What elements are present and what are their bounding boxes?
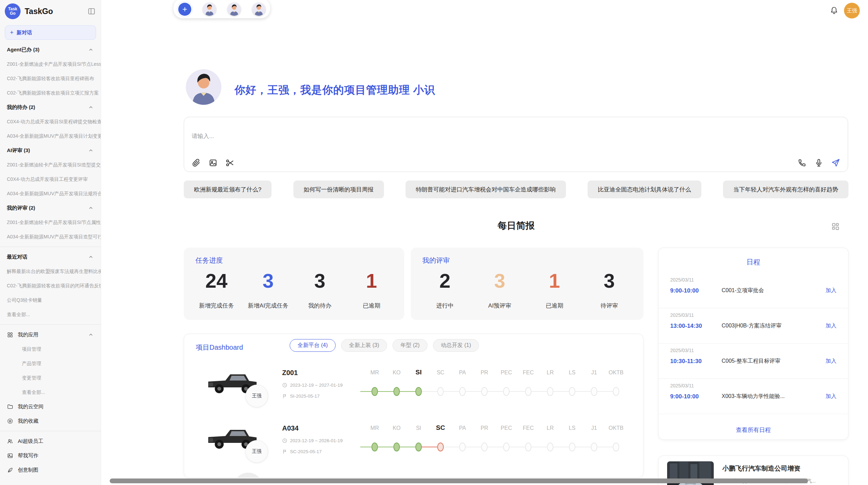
- milestone-node[interactable]: [481, 443, 488, 451]
- new-chat-button[interactable]: + 新对话: [5, 25, 96, 40]
- milestone-label: PEC: [501, 370, 512, 376]
- milestone-node[interactable]: [437, 387, 444, 396]
- send-icon[interactable]: [831, 158, 840, 167]
- sidebar-link-folder[interactable]: 我的云空间: [0, 399, 101, 414]
- milestone-node[interactable]: [503, 443, 510, 451]
- sidebar-item[interactable]: C0X4-动力总成开发项目SI里程碑提交物检查: [0, 114, 101, 129]
- milestone-node[interactable]: [394, 443, 400, 451]
- sidebar-app-item[interactable]: 查看全部...: [0, 385, 101, 399]
- suggestion-chip[interactable]: 比亚迪全固态电池计划具体说了什么: [588, 181, 701, 198]
- sidebar-my-apps[interactable]: 我的应用: [0, 327, 101, 342]
- milestone-node[interactable]: [613, 443, 619, 451]
- clock-icon: [282, 438, 287, 443]
- sidebar-section-header[interactable]: AI评审 (3): [0, 143, 101, 158]
- ai-staff-icon: [7, 438, 13, 445]
- sidebar-tool-image[interactable]: 帮我写作: [0, 448, 101, 463]
- project-code[interactable]: A034: [282, 424, 299, 432]
- recent-chats-header[interactable]: 最近对话: [0, 250, 101, 264]
- assistant-avatar: [186, 69, 221, 105]
- project-dates: 2023-12-19 ~ 2026-01-19: [282, 438, 343, 443]
- milestone-label: LS: [569, 370, 576, 376]
- milestone-node[interactable]: [591, 443, 598, 451]
- view-all-link[interactable]: 查看全部...: [0, 307, 101, 322]
- milestone-node[interactable]: [372, 443, 378, 451]
- sidebar-app-item[interactable]: 变更管理: [0, 371, 101, 385]
- sidebar-app-item[interactable]: 产品管理: [0, 356, 101, 371]
- milestone-node[interactable]: [525, 387, 532, 396]
- sidebar-tool-people[interactable]: AI超级员工: [0, 434, 101, 448]
- panel-toggle-icon: [87, 7, 96, 15]
- milestone-node[interactable]: [481, 387, 488, 396]
- user-avatar[interactable]: 王强: [844, 3, 860, 18]
- suggestion-chip[interactable]: 特朗普可能对进口汽车增税会对中国车企造成哪些影响: [406, 181, 566, 198]
- sidebar-section-header[interactable]: 我的待办 (2): [0, 100, 101, 114]
- schedule-time: 9:00-10:00: [670, 287, 722, 294]
- milestone-node[interactable]: [394, 387, 400, 396]
- milestone-node[interactable]: [547, 443, 554, 451]
- user-name: 王强: [847, 8, 857, 14]
- sidebar-section-header[interactable]: 我的评审 (2): [0, 201, 101, 215]
- milestone-track: MRKOSISCPAPRPECFECLRLSJ1OKTB: [355, 425, 630, 466]
- milestone-label: FEC: [523, 425, 534, 431]
- milestone-node[interactable]: [459, 387, 466, 396]
- session-avatar[interactable]: [203, 3, 216, 16]
- suggestion-chip[interactable]: 如何写一份清晰的项目周报: [293, 181, 384, 198]
- collapse-sidebar-button[interactable]: [87, 7, 96, 16]
- add-session-button[interactable]: +: [178, 3, 191, 16]
- image-upload-icon[interactable]: [208, 158, 218, 167]
- milestone-node[interactable]: [613, 387, 619, 396]
- session-avatar[interactable]: [228, 3, 241, 16]
- stat: 1已逾期: [527, 269, 582, 310]
- stat-value: 3: [472, 269, 527, 293]
- milestone-node[interactable]: [569, 387, 576, 396]
- schedule-row: 13:00-14:30C003|H0B-方案冻结评审加入: [670, 322, 836, 329]
- recent-chat-item[interactable]: C02-飞腾新能源轻客改款项目的闭环通告反馈情况: [0, 278, 101, 293]
- sidebar-item[interactable]: A034-全新新能源MUV产品开发项目计划变更表编写: [0, 129, 101, 143]
- milestone-node[interactable]: [525, 443, 532, 451]
- milestone-node[interactable]: [459, 443, 466, 451]
- stat-value: 3: [582, 269, 637, 293]
- milestone-node[interactable]: [437, 443, 444, 451]
- microphone-icon[interactable]: [814, 158, 823, 167]
- sidebar-item[interactable]: C02-飞腾新能源轻客改款项目里程碑画布: [0, 71, 101, 86]
- suggestion-chip[interactable]: 欧洲新规最近颁布了什么?: [184, 181, 272, 198]
- recent-chat-item[interactable]: 公司Q3轻卡销量: [0, 293, 101, 307]
- view-all-schedule-link[interactable]: 查看所有日程: [659, 426, 848, 434]
- sidebar-item[interactable]: Z001-全新燃油皮卡产品开发项目SI节点Lesson Learn报告: [0, 57, 101, 71]
- tool-label: 帮我写作: [18, 452, 94, 459]
- session-avatar[interactable]: [252, 3, 265, 16]
- sidebar-item[interactable]: A034-全新新能源MUV产品开发项目造型可行性评审: [0, 229, 101, 244]
- stat-label: AI预评审: [472, 302, 527, 310]
- milestone-node[interactable]: [503, 387, 510, 396]
- milestone-node[interactable]: [372, 387, 378, 396]
- milestone-node[interactable]: [591, 387, 598, 396]
- milestone-node[interactable]: [415, 387, 422, 396]
- sidebar-item[interactable]: C0X4-动力总成开发项目工程变更评审: [0, 172, 101, 186]
- milestone-node[interactable]: [547, 387, 554, 396]
- milestone-node[interactable]: [569, 443, 576, 451]
- sidebar-item[interactable]: C02-飞腾新能源轻客改款项目立项汇报方案: [0, 86, 101, 100]
- scissors-icon[interactable]: [225, 158, 234, 167]
- attachment-icon[interactable]: [192, 158, 201, 167]
- sidebar-section-header[interactable]: Agent已办 (3): [0, 42, 101, 57]
- sidebar-link-star[interactable]: 我的收藏: [0, 414, 101, 428]
- phone-call-icon[interactable]: [797, 158, 807, 167]
- notifications-bell-button[interactable]: [830, 6, 839, 15]
- join-button[interactable]: 加入: [825, 322, 836, 329]
- join-button[interactable]: 加入: [825, 393, 836, 400]
- sidebar-tool-pen[interactable]: 创意制图: [0, 463, 101, 477]
- milestone-node[interactable]: [415, 443, 422, 451]
- sidebar-app-item[interactable]: 项目管理: [0, 342, 101, 356]
- schedule-item: 2025/03/1113:00-14:30C003|H0B-方案冻结评审加入: [659, 308, 848, 344]
- recent-chat-item[interactable]: 解释最新出台的欧盟报废车法规再生塑料比例被调至15%...: [0, 264, 101, 278]
- join-button[interactable]: 加入: [825, 358, 836, 365]
- chat-input[interactable]: [191, 132, 842, 153]
- sidebar-item[interactable]: A034-全新新能源MUV产品开发项目法规符合性评审: [0, 186, 101, 201]
- horizontal-scrollbar[interactable]: [110, 478, 808, 483]
- join-button[interactable]: 加入: [825, 287, 836, 294]
- project-code[interactable]: Z001: [282, 369, 298, 377]
- suggestion-chip[interactable]: 当下年轻人对汽车外观有怎样的喜好趋势: [723, 181, 848, 198]
- layout-grid-icon[interactable]: [831, 222, 840, 231]
- sidebar-item[interactable]: Z001-全新燃油轻卡产品开发项目SI造型提交物评审: [0, 158, 101, 172]
- sidebar-item[interactable]: Z001-全新燃油轻卡产品开发项目SI节点属性5D文件评审: [0, 215, 101, 229]
